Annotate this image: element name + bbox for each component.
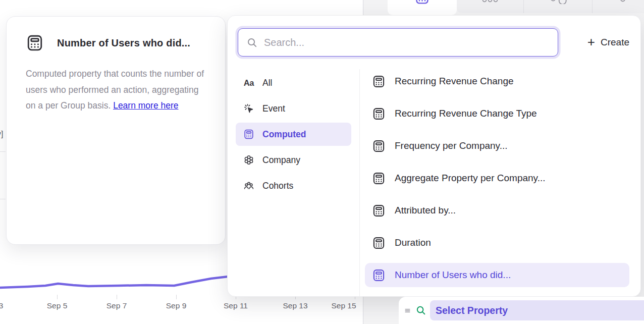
property-picker-popover: + Create Aa All Event Computed Company C… [227,15,641,297]
learn-more-link[interactable]: Learn more here [113,100,178,111]
cohorts-icon [243,180,255,192]
tooltip-header: Number of Users who did... [7,17,225,52]
calculator-icon [413,0,432,6]
x-axis-label: Sep 3 [0,301,3,310]
bars-icon [482,0,498,4]
visualization-tabs [388,0,644,15]
tab-funnel-chart[interactable] [592,0,644,13]
x-axis-label: Sep 11 [224,301,248,310]
calculator-icon [372,236,386,250]
category-item-all[interactable]: Aa All [236,71,351,94]
app-root: Sep 3Sep 5Sep 7Sep 9Sep 11Sep 13Sep 15 y… [0,0,644,324]
breakdown-bar: Select Property [399,297,644,324]
tab-retention-chart[interactable] [523,0,592,13]
background-divider-fragment [0,151,6,152]
aa-text-icon: Aa [243,77,255,89]
calculator-icon [26,34,44,52]
category-list: Aa All Event Computed Company Cohorts [228,69,360,296]
x-axis-label: Sep 7 [106,301,127,310]
tooltip-title: Number of Users who did... [57,37,190,49]
category-label: Cohorts [262,181,293,191]
property-item[interactable]: Aggregate Property per Company... [365,166,629,190]
calculator-icon [372,268,386,282]
property-item[interactable]: Number of Users who did... [365,263,629,287]
tab-group-inactive [457,0,644,13]
retention-icon [550,0,567,4]
select-property-label: Select Property [436,305,508,316]
x-axis-label: Sep 5 [47,301,68,310]
calculator-icon [372,139,386,153]
x-axis-tick [176,295,177,299]
property-item[interactable]: Recurring Revenue Change [365,69,629,93]
category-item-event[interactable]: Event [236,97,351,120]
property-item[interactable]: Frequency per Company... [365,134,629,158]
background-divider-fragment [0,199,6,199]
x-axis-tick [117,295,117,299]
background-text-fragment: y] [0,130,3,139]
search-icon [246,37,258,48]
category-item-cohorts[interactable]: Cohorts [236,174,351,197]
tooltip-description: Computed property that counts the number… [7,52,225,114]
tab-computed-active[interactable] [388,0,457,15]
property-item[interactable]: Recurring Revenue Change Type [365,101,629,126]
category-label: Company [262,155,300,166]
picker-body: Aa All Event Computed Company Cohorts Re… [228,69,640,296]
category-label: Computed [262,129,306,140]
property-label: Attributed by... [395,205,456,216]
property-tooltip-card: Number of Users who did... Computed prop… [6,16,226,245]
property-label: Recurring Revenue Change Type [395,108,537,119]
category-item-computed[interactable]: Computed [236,123,351,146]
x-axis-tick [57,295,58,299]
category-label: Event [262,103,285,114]
search-box[interactable] [238,28,558,57]
spark-icon [243,102,255,115]
calculator-icon [243,128,255,140]
x-axis-label: Sep 15 [331,301,356,310]
category-label: All [262,78,272,88]
calculator-icon [372,204,386,218]
property-label: Duration [395,237,431,248]
chart-line-series [0,276,235,288]
property-item[interactable]: Attributed by... [365,198,629,223]
property-list: Recurring Revenue Change Recurring Reven… [360,69,640,296]
calculator-icon [372,172,386,185]
property-item[interactable]: Duration [365,231,629,255]
plus-icon: + [587,35,595,48]
property-label: Frequency per Company... [395,140,508,151]
property-search-icon [415,305,426,316]
property-label: Aggregate Property per Company... [395,173,546,184]
x-axis-label: Sep 9 [166,301,187,310]
dot-icon [620,0,626,3]
company-icon [243,154,255,166]
category-item-company[interactable]: Company [236,148,351,172]
property-label: Recurring Revenue Change [395,76,514,87]
x-axis-label: Sep 13 [283,301,307,310]
calculator-icon [372,75,386,88]
calculator-icon [372,107,386,121]
property-label: Number of Users who did... [395,269,511,281]
search-input[interactable] [264,37,551,48]
drag-handle-icon[interactable] [403,306,412,315]
tab-bar-chart[interactable] [457,0,523,13]
picker-search-row: + Create [228,16,640,69]
create-button[interactable]: + Create [587,36,629,49]
select-property-field[interactable]: Select Property [430,300,644,320]
